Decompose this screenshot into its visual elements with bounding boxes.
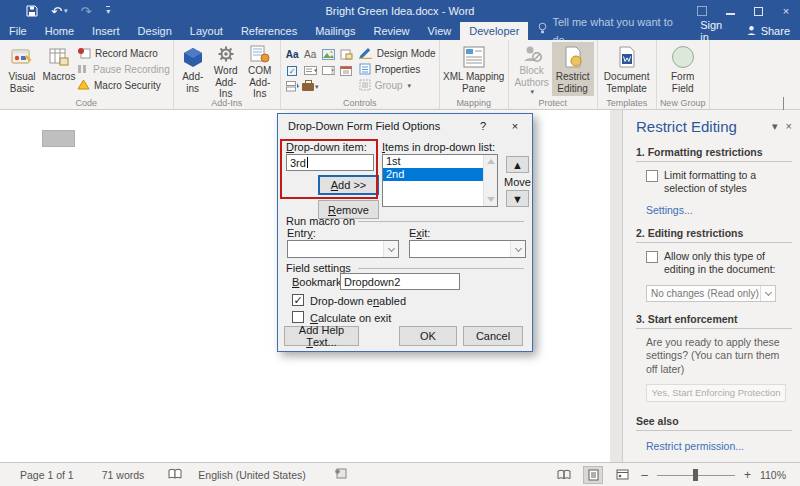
collapse-ribbon-icon[interactable] bbox=[783, 98, 790, 105]
ribbon-group-protect: Block Authors ▾ Restrict Editing Protect bbox=[509, 40, 598, 109]
save-icon[interactable] bbox=[26, 5, 38, 17]
record-macro-button[interactable]: Record Macro bbox=[77, 47, 170, 60]
macro-recording-icon[interactable] bbox=[334, 468, 347, 481]
tab-mailings[interactable]: Mailings bbox=[306, 22, 364, 40]
form-field-placeholder[interactable] bbox=[42, 130, 75, 147]
language-indicator[interactable]: English (United States) bbox=[198, 469, 305, 481]
date-picker-control-icon[interactable] bbox=[338, 63, 355, 78]
entry-macro-combobox[interactable] bbox=[287, 240, 399, 258]
settings-link[interactable]: Settings... bbox=[646, 204, 693, 216]
bookmark-input[interactable]: Dropdown2 bbox=[340, 273, 460, 290]
word-count[interactable]: 71 words bbox=[102, 469, 145, 481]
macro-security-button[interactable]: Macro Security bbox=[77, 79, 170, 92]
cancel-button[interactable]: Cancel bbox=[463, 326, 523, 346]
zoom-out-icon[interactable]: – bbox=[641, 468, 648, 482]
tab-view[interactable]: View bbox=[419, 22, 461, 40]
items-listbox[interactable]: 1st 2nd bbox=[382, 154, 498, 207]
rich-text-control-icon[interactable]: Aa bbox=[284, 47, 301, 62]
block-authors-button[interactable]: Block Authors ▾ bbox=[512, 42, 552, 96]
xml-mapping-pane-button[interactable]: XML Mapping Pane bbox=[443, 42, 505, 96]
restrict-editing-button[interactable]: Restrict Editing bbox=[552, 42, 594, 96]
list-item-selected[interactable]: 2nd bbox=[383, 168, 497, 181]
pause-recording-button[interactable]: Pause Recording bbox=[77, 63, 170, 76]
check-icon: ✓ bbox=[293, 294, 302, 306]
zoom-level[interactable]: 110% bbox=[760, 469, 786, 481]
restrict-permission-link[interactable]: Restrict permission... bbox=[646, 440, 744, 452]
dropdown-arrow-icon[interactable] bbox=[760, 286, 775, 301]
ribbon-group-code: Visual Basic Macros Record Macro Pause R… bbox=[0, 40, 174, 109]
redo-button[interactable]: ↷ bbox=[80, 5, 91, 18]
calculate-on-exit-label: Calculate on exit bbox=[310, 312, 391, 324]
group-icon bbox=[359, 79, 371, 93]
pane-close-icon[interactable]: × bbox=[786, 120, 792, 132]
repeating-section-control-icon[interactable] bbox=[284, 79, 301, 94]
document-template-button[interactable]: Document Template bbox=[601, 42, 653, 96]
plain-text-control-icon[interactable]: Aa bbox=[302, 47, 319, 62]
exit-macro-combobox[interactable] bbox=[409, 240, 526, 258]
move-down-button[interactable]: ▼ bbox=[506, 190, 529, 207]
calculate-on-exit-checkbox[interactable] bbox=[292, 311, 304, 323]
combo-arrow-icon[interactable] bbox=[510, 241, 525, 257]
read-mode-view-icon[interactable] bbox=[554, 466, 574, 484]
design-mode-button[interactable]: Design Mode bbox=[359, 47, 436, 60]
zoom-slider-thumb[interactable] bbox=[693, 469, 698, 481]
xml-mapping-pane-label: XML Mapping Pane bbox=[443, 71, 505, 94]
restore-icon[interactable] bbox=[744, 0, 772, 22]
zoom-slider[interactable] bbox=[657, 468, 735, 482]
tab-design[interactable]: Design bbox=[129, 22, 181, 40]
combo-box-control-icon[interactable] bbox=[302, 63, 319, 78]
allow-editing-row: Allow only this type of editing in the d… bbox=[646, 250, 792, 276]
visual-basic-button[interactable]: Visual Basic bbox=[3, 42, 41, 96]
pane-chevron-down-icon[interactable]: ▾ bbox=[772, 120, 778, 133]
com-add-ins-icon bbox=[249, 44, 271, 64]
tab-references[interactable]: References bbox=[232, 22, 306, 40]
tab-review[interactable]: Review bbox=[365, 22, 419, 40]
picture-control-icon[interactable] bbox=[320, 47, 337, 62]
close-icon[interactable]: × bbox=[772, 0, 800, 22]
web-layout-view-icon[interactable] bbox=[612, 466, 632, 484]
tab-developer[interactable]: Developer bbox=[460, 22, 528, 40]
undo-button[interactable]: ↶ ▾ bbox=[51, 5, 67, 18]
add-help-text-button[interactable]: Add Help Text... bbox=[284, 326, 359, 346]
word-add-ins-button[interactable]: Word Add-Ins bbox=[209, 42, 243, 96]
allow-editing-checkbox[interactable] bbox=[646, 251, 658, 263]
tab-layout[interactable]: Layout bbox=[181, 22, 232, 40]
scroll-down-icon[interactable] bbox=[487, 197, 495, 202]
dialog-close-icon[interactable]: × bbox=[500, 114, 530, 138]
form-field-button[interactable]: Form Field bbox=[660, 42, 706, 96]
editing-type-dropdown[interactable]: No changes (Read only) bbox=[646, 285, 776, 302]
limit-formatting-checkbox[interactable] bbox=[646, 170, 658, 182]
share-button[interactable]: Share bbox=[746, 25, 790, 38]
macros-button[interactable]: Macros bbox=[41, 42, 77, 96]
tab-home[interactable]: Home bbox=[36, 22, 83, 40]
share-label: Share bbox=[761, 25, 790, 37]
tell-me-box[interactable]: Tell me what you want to do... bbox=[528, 22, 700, 40]
checkbox-control-icon[interactable]: ✓ bbox=[284, 63, 301, 78]
group-button[interactable]: Group ▾ bbox=[359, 79, 436, 92]
properties-button[interactable]: Properties bbox=[359, 63, 436, 76]
drop-down-list-control-icon[interactable] bbox=[320, 63, 337, 78]
building-block-gallery-icon[interactable] bbox=[338, 47, 355, 62]
dialog-help-icon[interactable]: ? bbox=[468, 114, 498, 138]
listbox-scrollbar[interactable] bbox=[483, 155, 497, 206]
group-label-templates: Templates bbox=[598, 97, 656, 109]
scroll-up-icon[interactable] bbox=[487, 159, 495, 164]
list-item[interactable]: 1st bbox=[383, 155, 497, 168]
move-up-button[interactable]: ▲ bbox=[506, 156, 529, 173]
start-enforcing-protection-button[interactable]: Yes, Start Enforcing Protection bbox=[646, 384, 786, 402]
com-add-ins-button[interactable]: COM Add-Ins bbox=[243, 42, 277, 96]
ok-button[interactable]: OK bbox=[399, 326, 457, 346]
combo-arrow-icon[interactable] bbox=[383, 241, 398, 257]
tab-file[interactable]: File bbox=[0, 22, 36, 40]
print-layout-view-icon[interactable] bbox=[583, 466, 603, 484]
group-rule bbox=[358, 268, 524, 269]
drop-down-enabled-checkbox[interactable]: ✓ bbox=[292, 294, 304, 306]
add-ins-button[interactable]: Add-ins bbox=[177, 42, 209, 96]
page-indicator[interactable]: Page 1 of 1 bbox=[20, 469, 74, 481]
undo-caret-icon[interactable]: ▾ bbox=[64, 7, 68, 15]
proofing-book-icon[interactable] bbox=[168, 468, 182, 482]
zoom-in-icon[interactable]: + bbox=[744, 468, 751, 482]
customize-quick-access-button[interactable]: ▾ bbox=[104, 6, 110, 16]
tab-insert[interactable]: Insert bbox=[83, 22, 129, 40]
legacy-tools-icon[interactable]: ▾ bbox=[302, 79, 319, 94]
